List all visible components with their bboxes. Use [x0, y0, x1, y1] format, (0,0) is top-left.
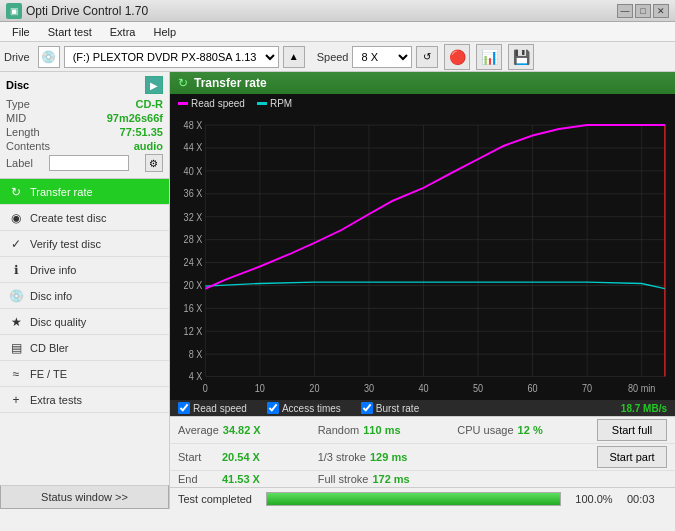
menu-help[interactable]: Help [145, 25, 184, 39]
burst-rate-display: 18.7 MB/s [621, 403, 667, 414]
info-button[interactable]: 📊 [476, 44, 502, 70]
chart-header: ↻ Transfer rate [170, 72, 675, 94]
disc-label-input[interactable] [49, 155, 129, 171]
disc-contents-value: audio [134, 140, 163, 152]
svg-text:4 X: 4 X [189, 369, 203, 382]
menu-start-test[interactable]: Start test [40, 25, 100, 39]
disc-info-icon: 💿 [8, 289, 24, 303]
progress-bar-area: Test completed 100.0% 00:03 [170, 487, 675, 509]
right-panel: ↻ Transfer rate Read speed RPM [170, 72, 675, 509]
svg-text:24 X: 24 X [184, 255, 203, 268]
svg-text:30: 30 [364, 381, 374, 394]
nav-item-verify-test-disc[interactable]: ✓ Verify test disc [0, 231, 169, 257]
disc-length-value: 77:51.35 [120, 126, 163, 138]
checkbox-read-speed-label: Read speed [193, 403, 247, 414]
stat-start: Start 20.54 X [178, 451, 318, 463]
disc-label-icon-button[interactable]: ⚙ [145, 154, 163, 172]
svg-text:36 X: 36 X [184, 186, 203, 199]
drive-bar: Drive 💿 (F:) PLEXTOR DVDR PX-880SA 1.13 … [0, 42, 675, 72]
stat-stroke-1-3-value: 129 ms [370, 451, 407, 463]
fe-te-icon: ≈ [8, 367, 24, 381]
disc-mid-value: 97m26s66f [107, 112, 163, 124]
main-content: Disc ▶ Type CD-R MID 97m26s66f Length 77… [0, 72, 675, 509]
nav-label-drive-info: Drive info [30, 264, 76, 276]
checkbox-burst-rate[interactable]: Burst rate [361, 402, 419, 414]
nav-item-disc-info[interactable]: 💿 Disc info [0, 283, 169, 309]
progress-time: 00:03 [627, 493, 667, 505]
drive-icon: 💿 [38, 46, 60, 68]
checkbox-burst-rate-input[interactable] [361, 402, 373, 414]
nav-item-disc-quality[interactable]: ★ Disc quality [0, 309, 169, 335]
checkbox-access-times-input[interactable] [267, 402, 279, 414]
svg-text:20 X: 20 X [184, 278, 203, 291]
nav-label-disc-quality: Disc quality [30, 316, 86, 328]
legend-rpm-dot [257, 102, 267, 105]
speed-select[interactable]: 8 X [352, 46, 412, 68]
disc-panel-title: Disc [6, 79, 29, 91]
svg-text:20: 20 [309, 381, 319, 394]
status-window-button[interactable]: Status window >> [0, 485, 169, 509]
nav-item-drive-info[interactable]: ℹ Drive info [0, 257, 169, 283]
nav-item-create-test-disc[interactable]: ◉ Create test disc [0, 205, 169, 231]
nav-label-verify-test-disc: Verify test disc [30, 238, 101, 250]
svg-text:0: 0 [203, 381, 208, 394]
chart-svg: 48 X 44 X 40 X 36 X 32 X 28 X 24 X 20 X … [170, 112, 675, 400]
nav-item-cd-bler[interactable]: ▤ CD Bler [0, 335, 169, 361]
checkbox-access-times-label: Access times [282, 403, 341, 414]
disc-mid-label: MID [6, 112, 26, 124]
svg-text:50: 50 [473, 381, 483, 394]
nav-item-transfer-rate[interactable]: ↻ Transfer rate [0, 179, 169, 205]
stat-average-label: Average [178, 424, 219, 436]
close-button[interactable]: ✕ [653, 4, 669, 18]
checkbox-access-times[interactable]: Access times [267, 402, 341, 414]
svg-text:16 X: 16 X [184, 301, 203, 314]
stat-random: Random 110 ms [318, 424, 458, 436]
speed-apply-button[interactable]: ↺ [416, 46, 438, 68]
stat-end: End 41.53 X [178, 473, 318, 485]
speed-label: Speed [317, 51, 349, 63]
stat-end-value: 41.53 X [222, 473, 260, 485]
verify-test-disc-icon: ✓ [8, 237, 24, 251]
progress-track [266, 492, 561, 506]
disc-type-value: CD-R [136, 98, 164, 110]
svg-text:70: 70 [582, 381, 592, 394]
start-full-button[interactable]: Start full [597, 419, 667, 441]
drive-refresh-button[interactable]: ▲ [283, 46, 305, 68]
sidebar: Disc ▶ Type CD-R MID 97m26s66f Length 77… [0, 72, 170, 509]
title-bar: ▣ Opti Drive Control 1.70 — □ ✕ [0, 0, 675, 22]
menu-extra[interactable]: Extra [102, 25, 144, 39]
nav-items: ↻ Transfer rate ◉ Create test disc ✓ Ver… [0, 179, 169, 413]
stat-random-label: Random [318, 424, 360, 436]
checkbox-read-speed-input[interactable] [178, 402, 190, 414]
maximize-button[interactable]: □ [635, 4, 651, 18]
disc-length-label: Length [6, 126, 40, 138]
disc-type-label: Type [6, 98, 30, 110]
svg-text:40: 40 [418, 381, 428, 394]
stat-average: Average 34.82 X [178, 424, 318, 436]
stat-cpu-label: CPU usage [457, 424, 513, 436]
nav-item-fe-te[interactable]: ≈ FE / TE [0, 361, 169, 387]
drive-select[interactable]: (F:) PLEXTOR DVDR PX-880SA 1.13 [64, 46, 279, 68]
checkbox-read-speed[interactable]: Read speed [178, 402, 247, 414]
chart-area: 48 X 44 X 40 X 36 X 32 X 28 X 24 X 20 X … [170, 112, 675, 400]
save-button[interactable]: 💾 [508, 44, 534, 70]
stat-cpu: CPU usage 12 % [457, 424, 597, 436]
menu-bar: File Start test Extra Help [0, 22, 675, 42]
svg-text:10: 10 [255, 381, 265, 394]
chart-title: Transfer rate [194, 76, 267, 90]
nav-item-extra-tests[interactable]: + Extra tests [0, 387, 169, 413]
disc-quality-icon: ★ [8, 315, 24, 329]
menu-file[interactable]: File [4, 25, 38, 39]
legend-rpm-label: RPM [270, 98, 292, 109]
nav-label-create-test-disc: Create test disc [30, 212, 106, 224]
svg-text:12 X: 12 X [184, 323, 203, 336]
erase-button[interactable]: 🔴 [444, 44, 470, 70]
svg-text:8 X: 8 X [189, 347, 203, 360]
minimize-button[interactable]: — [617, 4, 633, 18]
stat-average-value: 34.82 X [223, 424, 261, 436]
stat-full-stroke-label: Full stroke [318, 473, 369, 485]
cd-bler-icon: ▤ [8, 341, 24, 355]
disc-arrow-button[interactable]: ▶ [145, 76, 163, 94]
stat-end-label: End [178, 473, 218, 485]
start-part-button[interactable]: Start part [597, 446, 667, 468]
